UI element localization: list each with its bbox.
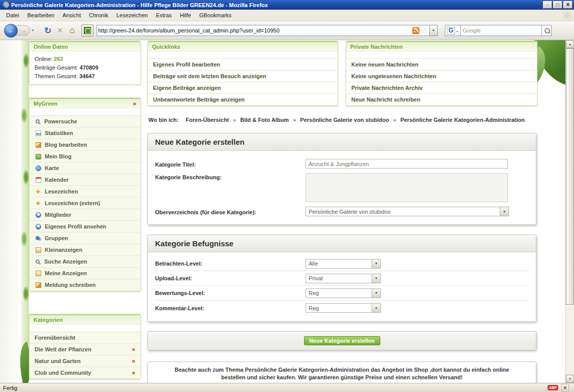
rss-feed-icon[interactable]: [412, 27, 419, 34]
search-icon[interactable]: [541, 25, 552, 36]
throbber-icon: [563, 11, 572, 20]
forward-button[interactable]: [16, 25, 30, 36]
groups-icon: [36, 236, 40, 240]
blog-icon: [36, 154, 41, 159]
scroll-down-button[interactable]: [566, 375, 574, 383]
breadcrumb-link-persoenliche-galerie[interactable]: Persönliche Galerie von stubidoo: [300, 117, 389, 123]
kommentar-level-select[interactable]: Reg: [306, 303, 381, 313]
sidebar-item-meldung-schreiben[interactable]: Meldung schreiben: [29, 279, 140, 291]
menu-item-lesezeichen[interactable]: Lesezeichen: [112, 11, 152, 20]
betrachten-level-select[interactable]: Alle: [306, 259, 381, 269]
pm-keine-neuen-nachrichten[interactable]: Keine neuen Nachrichten: [346, 59, 537, 71]
sidebar-item-meine-anzeigen[interactable]: Meine Anzeigen: [29, 268, 140, 279]
menu-item-bearbeiten[interactable]: Bearbeiten: [23, 11, 58, 20]
submit-panel: Neue Kategorie erstellen: [147, 331, 536, 350]
expand-chevron-icon: [132, 357, 135, 365]
quicklink-unbeantwortete-beitraege[interactable]: Unbeantwortete Beiträge anzeigen: [148, 94, 338, 106]
sidebar-item-mein-blog[interactable]: Mein Blog: [29, 151, 140, 162]
scrollbar-thumb[interactable]: [566, 48, 574, 305]
kategorie-titel-input[interactable]: [306, 159, 508, 169]
back-button[interactable]: [4, 24, 18, 38]
private-messages-list: Keine neuen Nachrichten Keine ungelesene…: [346, 58, 537, 106]
url-dropdown-button[interactable]: [429, 25, 438, 36]
mygreen-title: MyGreen: [34, 101, 57, 107]
sidebar-item-karte[interactable]: Karte: [29, 162, 140, 174]
breadcrumb-link-bild-foto-album[interactable]: Bild & Foto Album: [240, 117, 289, 123]
close-button[interactable]: [563, 1, 572, 9]
stop-button[interactable]: [54, 24, 66, 37]
adblock-plus-icon[interactable]: ABP: [548, 385, 558, 390]
menu-item-datei[interactable]: Datei: [2, 11, 23, 20]
sidebar-item-eigenes-profil[interactable]: Eigenes Profil ansehen: [29, 221, 140, 233]
search-input[interactable]: [460, 25, 541, 36]
online-stats: Online:263 Beiträge Gesamt:470809 Themen…: [29, 51, 140, 84]
home-button[interactable]: [66, 24, 78, 37]
sidebar-item-lesezeichen[interactable]: Lesezeichen: [29, 186, 140, 198]
sidebar-item-lesezeichen-extern[interactable]: Lesezeichen (extern): [29, 198, 140, 209]
bookmark-external-icon: [36, 201, 41, 206]
pm-archiv[interactable]: Private Nachrichten Archiv: [346, 82, 537, 94]
menu-item-extras[interactable]: Extras: [152, 11, 176, 20]
online-data-header: Online Daten: [29, 41, 140, 51]
navigation-toolbar: G: [0, 21, 574, 40]
sidebar-item-blog-bearbeiten[interactable]: Blog bearbeiten: [29, 139, 140, 151]
sidebar-item-suche-anzeigen[interactable]: Suche Anzeigen: [29, 256, 140, 268]
pm-keine-ungelesenen-nachrichten[interactable]: Keine ungelesenen Nachrichten: [346, 71, 537, 82]
sidebar-item-mitglieder[interactable]: Mitglieder: [29, 209, 140, 221]
mygreen-box: MyGreen Powersuche Statistiken Blog bear…: [29, 97, 141, 291]
quicklink-beitraege-seit-besuch[interactable]: Beiträge seit dem letzten Besuch anzeige…: [148, 71, 338, 82]
breadcrumb-current: Persönliche Galerie Kategorien-Administr…: [400, 117, 525, 123]
reload-button[interactable]: [42, 24, 54, 37]
kategorien-list: Forenübersicht Die Welt der Pflanzen Nat…: [29, 332, 140, 379]
members-icon: [36, 212, 41, 218]
bewertungs-level-select[interactable]: Reg: [306, 288, 381, 298]
vertical-scrollbar[interactable]: [565, 40, 574, 383]
mygreen-list: Powersuche Statistiken Blog bearbeiten M…: [29, 115, 140, 291]
magnifier-icon: [36, 119, 40, 123]
sidebar-item-natur-und-garten[interactable]: Natur und Garten: [29, 355, 140, 367]
sidebar-item-gruppen[interactable]: Gruppen: [29, 233, 140, 244]
minimize-button[interactable]: [543, 1, 552, 9]
bookmark-star-icon[interactable]: [421, 27, 428, 35]
sidebar-item-statistiken[interactable]: Statistiken: [29, 127, 140, 139]
sidebar: Online Daten Online:263 Beiträge Gesamt:…: [29, 41, 141, 383]
sidebar-item-forenuebersicht[interactable]: Forenübersicht: [29, 332, 140, 344]
close-red-icon[interactable]: [561, 384, 569, 391]
sidebar-item-powersuche[interactable]: Powersuche: [29, 116, 140, 127]
menu-item-ansicht[interactable]: Ansicht: [58, 11, 85, 20]
search-engine-button[interactable]: G: [445, 25, 460, 36]
sidebar-item-kalender[interactable]: Kalender: [29, 174, 140, 186]
kategorien-title: Kategorien: [34, 317, 63, 323]
history-dropdown-button[interactable]: [30, 25, 36, 36]
scroll-up-button[interactable]: [566, 40, 574, 48]
status-text: Fertig: [3, 385, 17, 391]
url-input[interactable]: [98, 26, 411, 35]
quicklink-eigene-beitraege[interactable]: Eigene Beiträge anzeigen: [148, 82, 338, 94]
kategorien-box: Kategorien Forenübersicht Die Welt der P…: [29, 314, 141, 379]
site-identity-button[interactable]: [81, 24, 94, 37]
online-data-box: Online Daten Online:263 Beiträge Gesamt:…: [29, 41, 141, 85]
upload-level-select[interactable]: Privat: [306, 274, 381, 283]
quicklinks-box: Quicklinks Eigenes Profil bearbeiten Bei…: [147, 41, 338, 106]
menu-item-gbookmarks[interactable]: GBookmarks: [195, 11, 236, 20]
bookmark-star-icon: [36, 189, 41, 194]
quicklink-profil-bearbeiten[interactable]: Eigenes Profil bearbeiten: [148, 59, 338, 71]
menu-item-hilfe[interactable]: Hilfe: [176, 11, 195, 20]
kategorie-beschreibung-textarea[interactable]: [306, 173, 508, 202]
sidebar-item-club-und-community[interactable]: Club und Community: [29, 367, 140, 379]
kommentar-level-label: Kommentar-Level:: [155, 305, 306, 311]
sidebar-item-welt-der-pflanzen[interactable]: Die Welt der Pflanzen: [29, 344, 140, 355]
sidebar-item-kleinanzeigen[interactable]: Kleinanzeigen: [29, 244, 140, 256]
maximize-button[interactable]: [553, 1, 562, 9]
breadcrumb-link-forenuebersicht[interactable]: Foren-Übersicht: [186, 117, 229, 123]
create-category-title: Neue Kategorie erstellen: [148, 134, 536, 151]
collapse-chevron-icon[interactable]: [133, 100, 136, 107]
profile-icon: [36, 224, 41, 230]
pm-neue-nachricht-schreiben[interactable]: Neue Nachricht schreiben: [346, 94, 537, 106]
menu-item-chronik[interactable]: Chronik: [85, 11, 112, 20]
create-category-button[interactable]: Neue Kategorie erstellen: [304, 336, 380, 345]
search-engine-dropdown-icon: [456, 27, 459, 34]
search-ads-icon: [36, 259, 40, 264]
oberverzeichnis-select[interactable]: Persönliche Galerie von stubidoo: [306, 207, 509, 216]
dropdown-arrow-icon: [372, 259, 380, 268]
